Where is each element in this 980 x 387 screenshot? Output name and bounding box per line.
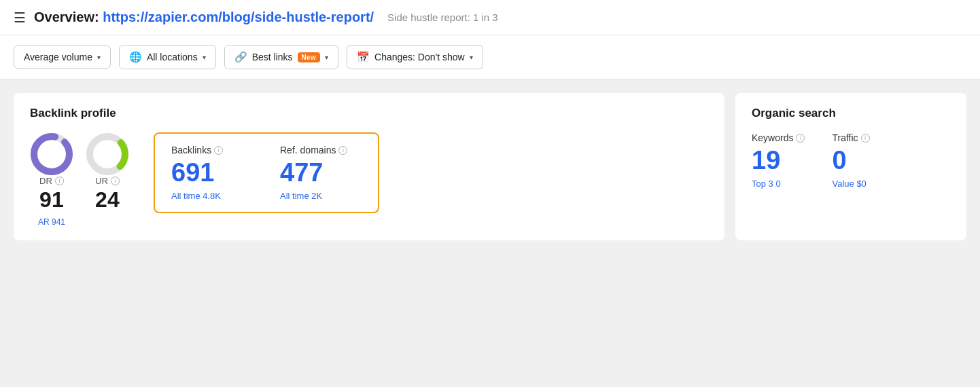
- best-links-button[interactable]: 🔗 Best links New ▾: [224, 45, 338, 69]
- changes-button[interactable]: 📅 Changes: Don't show ▾: [347, 45, 483, 69]
- keywords-top3: Top 3 0: [752, 179, 805, 189]
- backlink-profile-title: Backlink profile: [30, 107, 708, 120]
- dr-info-icon: i: [55, 177, 64, 185]
- keywords-value[interactable]: 19: [752, 147, 805, 173]
- ur-section: UR i 24: [86, 132, 129, 215]
- keywords-metric: Keywords i 19 Top 3 0: [752, 132, 805, 189]
- organic-search-card: Organic search Keywords i 19 Top 3 0 Tra…: [735, 93, 966, 240]
- ref-domains-metric: Ref. domains i 477 All time 2K: [280, 145, 362, 201]
- ref-domains-alltime: All time 2K: [280, 191, 362, 201]
- all-locations-chevron: ▾: [203, 54, 206, 61]
- organic-inner: Keywords i 19 Top 3 0 Traffic i 0 Va: [752, 132, 950, 189]
- hamburger-icon[interactable]: ☰: [14, 11, 26, 24]
- dr-donut-chart: [30, 132, 73, 176]
- backlink-profile-card: Backlink profile DR i 91 AR: [14, 93, 724, 240]
- keywords-info-icon: i: [796, 134, 805, 143]
- keywords-label: Keywords i: [752, 132, 805, 143]
- new-badge: New: [298, 52, 320, 62]
- ref-domains-label: Ref. domains i: [280, 145, 362, 155]
- traffic-value-sub: Value $0: [832, 179, 869, 189]
- calendar-icon: 📅: [357, 51, 370, 63]
- ur-info-icon: i: [111, 177, 120, 185]
- avg-volume-label: Average volume: [24, 52, 92, 62]
- header-subtitle: Side hustle report: 1 in 3: [387, 12, 498, 23]
- ref-domains-value[interactable]: 477: [280, 160, 362, 185]
- page-url-link[interactable]: https://zapier.com/blog/side-hustle-repo…: [103, 10, 374, 24]
- ur-label: UR i: [95, 176, 120, 186]
- ref-domains-info-icon: i: [338, 146, 347, 155]
- backlinks-label: Backlinks i: [171, 145, 253, 155]
- traffic-metric: Traffic i 0 Value $0: [832, 132, 869, 189]
- dr-label: DR i: [39, 176, 64, 186]
- avg-volume-button[interactable]: Average volume ▾: [14, 45, 111, 69]
- header: ☰ Overview: https://zapier.com/blog/side…: [0, 0, 980, 35]
- title-prefix: Overview:: [34, 10, 99, 24]
- link-icon: 🔗: [234, 51, 247, 63]
- all-locations-label: All locations: [147, 52, 198, 62]
- ar-value: AR 941: [38, 217, 65, 227]
- backlinks-alltime: All time 4.8K: [171, 191, 253, 201]
- organic-search-title: Organic search: [752, 107, 950, 120]
- svg-point-5: [95, 142, 120, 166]
- dr-value: 91: [39, 189, 64, 210]
- ur-donut-chart: [86, 132, 129, 176]
- avg-volume-chevron: ▾: [97, 54, 101, 61]
- changes-chevron: ▾: [470, 54, 473, 61]
- best-links-label: Best links: [252, 52, 293, 62]
- traffic-info-icon: i: [861, 134, 870, 143]
- svg-point-2: [39, 142, 64, 166]
- ur-value: 24: [95, 189, 120, 210]
- backlink-inner: DR i 91 AR 941: [30, 132, 708, 227]
- globe-icon: 🌐: [129, 51, 142, 63]
- all-locations-button[interactable]: 🌐 All locations ▾: [119, 45, 216, 69]
- toolbar: Average volume ▾ 🌐 All locations ▾ 🔗 Bes…: [0, 35, 980, 79]
- backlinks-ref-box: Backlinks i 691 All time 4.8K Ref. domai…: [154, 132, 379, 213]
- changes-label: Changes: Don't show: [374, 52, 465, 62]
- traffic-value[interactable]: 0: [832, 147, 869, 173]
- traffic-label: Traffic i: [832, 132, 869, 143]
- best-links-chevron: ▾: [325, 54, 328, 61]
- page-title: Overview: https://zapier.com/blog/side-h…: [34, 10, 374, 25]
- backlinks-value[interactable]: 691: [171, 160, 253, 185]
- dr-section: DR i 91 AR 941: [30, 132, 73, 227]
- backlinks-metric: Backlinks i 691 All time 4.8K: [171, 145, 253, 201]
- backlinks-info-icon: i: [214, 146, 223, 155]
- main-content: Backlink profile DR i 91 AR: [0, 79, 980, 254]
